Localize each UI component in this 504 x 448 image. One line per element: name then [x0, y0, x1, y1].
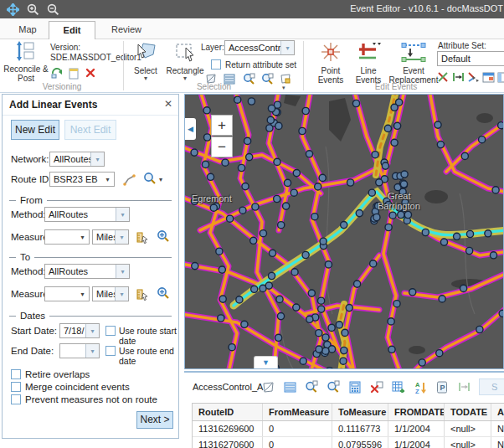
to-measure-combo[interactable]: ▾	[44, 286, 90, 301]
versioning-group-label: Versioning	[0, 82, 124, 91]
field-calculator-icon[interactable]	[348, 380, 362, 394]
chevron-down-icon[interactable]: ▾	[101, 173, 114, 186]
new-edit-button[interactable]: New Edit	[11, 120, 59, 140]
map-zoom-out-button[interactable]: −	[211, 136, 233, 157]
cell-fromdate: 1/1/2004	[388, 437, 445, 448]
from-method-label: Method:	[11, 209, 46, 219]
rectangle-dropdown-arrow[interactable]: ▾	[164, 75, 206, 81]
rectangle-button[interactable]: Rectangle ▾	[164, 41, 206, 81]
to-units-dropdown[interactable]: Miles ▾	[92, 286, 129, 301]
pan-to-selected-icon[interactable]	[327, 380, 340, 394]
chevron-down-icon[interactable]: ▾	[85, 324, 99, 337]
column-header-todate[interactable]: TODATE	[445, 404, 491, 420]
table-row[interactable]: 11316269600 0 0.1116773 1/1/2004 <null> …	[193, 421, 504, 437]
zoom-to-route-icon[interactable]	[143, 172, 157, 185]
select-button[interactable]: Select ▾	[129, 41, 162, 81]
use-route-start-date-checkbox[interactable]	[105, 326, 116, 336]
return-attribute-set-checkbox[interactable]	[211, 59, 221, 70]
column-header-clipped[interactable]: AC	[491, 404, 504, 420]
town-label-great: Great	[388, 191, 411, 201]
compare-versions-icon[interactable]	[50, 66, 64, 80]
table-row[interactable]: 11316270600 0 0.0795596 1/1/2004 <null> …	[193, 437, 504, 448]
cell-routeid: 11316269600	[193, 421, 263, 436]
from-units-dropdown[interactable]: Miles ▾	[92, 229, 129, 245]
column-header-fromdate[interactable]: FROMDATE	[388, 404, 445, 420]
zoom-in-icon[interactable]	[25, 3, 40, 16]
chevron-down-icon[interactable]: ▾	[116, 265, 129, 278]
select-features-icon[interactable]	[261, 380, 275, 394]
tab-edit[interactable]: Edit	[49, 21, 95, 39]
from-measure-on-map-icon[interactable]	[135, 230, 148, 244]
column-header-tomeasure[interactable]: ToMeasure	[332, 404, 388, 420]
next-button[interactable]: Next >	[136, 411, 173, 429]
event-replacement-icon	[388, 41, 440, 64]
chevron-down-icon[interactable]: ▾	[280, 41, 294, 54]
chevron-down-icon[interactable]: ▾	[76, 287, 89, 301]
end-date-picker[interactable]: ▾	[59, 343, 100, 358]
close-icon[interactable]: ✕	[164, 98, 172, 110]
chevron-down-icon[interactable]: ▾	[76, 230, 89, 244]
line-events-button[interactable]: Line Events	[351, 41, 386, 85]
reconcile-post-label: Reconcile & Post	[3, 64, 48, 83]
pan-icon[interactable]	[5, 3, 20, 16]
to-method-dropdown[interactable]: AllRoutes ▾	[44, 264, 130, 279]
identify-icon[interactable]: P	[435, 380, 449, 394]
delete-version-icon[interactable]	[84, 66, 97, 80]
collapse-panel-arrow[interactable]: ◀	[185, 118, 196, 140]
merge-coincident-checkbox[interactable]	[11, 382, 21, 392]
map-canvas[interactable]	[185, 95, 504, 369]
collapse-table-arrow[interactable]: ▼	[254, 356, 278, 368]
edit-events-group-label: Edit Events	[337, 82, 455, 91]
zoom-out-icon[interactable]	[45, 3, 60, 16]
chevron-down-icon[interactable]: ▾	[85, 344, 99, 358]
chevron-down-icon[interactable]: ▾	[115, 230, 128, 244]
from-measure-combo[interactable]: ▾	[44, 229, 90, 245]
prevent-measures-checkbox[interactable]	[11, 394, 21, 404]
events-table-panel-icon[interactable]	[496, 70, 504, 84]
sort-icon[interactable]: AZ	[414, 380, 427, 394]
route-id-label: Route ID:	[11, 174, 52, 184]
event-replacement-button[interactable]: Event Replacement	[388, 41, 440, 85]
route-id-value: BSR23 EB	[50, 174, 101, 184]
layer-dropdown[interactable]: AccessControl_A ▾	[224, 40, 295, 55]
merge-events-icon[interactable]	[466, 70, 480, 84]
chevron-down-icon[interactable]: ▾	[115, 287, 128, 301]
start-date-picker[interactable]: 7/18/ ▾	[59, 323, 100, 338]
to-measure-on-map-icon[interactable]	[135, 287, 148, 301]
retire-overlaps-checkbox[interactable]	[11, 369, 21, 379]
select-dropdown-arrow[interactable]: ▾	[129, 75, 162, 81]
tab-review[interactable]: Review	[106, 21, 147, 39]
column-header-frommeasure[interactable]: FromMeasure	[263, 404, 332, 420]
add-records-icon[interactable]	[392, 380, 405, 394]
to-zoom-icon[interactable]	[157, 286, 170, 300]
clear-selection-icon[interactable]	[370, 380, 383, 394]
reconcile-post-button[interactable]: Reconcile & Post	[3, 41, 49, 83]
layer-value: AccessControl_A	[225, 43, 280, 53]
version-info: Version: SDE.MASSDOT_editor1	[50, 43, 124, 63]
point-events-button[interactable]: Point Events	[312, 41, 349, 85]
network-label: Network:	[11, 154, 49, 164]
chevron-down-icon[interactable]: ▾	[116, 208, 129, 221]
chevron-down-icon[interactable]: ▾	[90, 152, 104, 166]
select-route-on-map-icon[interactable]	[122, 173, 136, 186]
attribute-set-dropdown[interactable]: Default	[437, 51, 504, 66]
table-header-row: RouteID FromMeasure ToMeasure FROMDATE T…	[193, 404, 504, 421]
town-label-barrington: Barrington	[378, 201, 420, 211]
route-id-dropdown[interactable]: BSR23 EB ▾	[49, 172, 115, 187]
cell-routeid: 11316270600	[193, 437, 263, 448]
column-header-routeid[interactable]: RouteID	[193, 404, 263, 420]
from-zoom-icon[interactable]	[157, 229, 170, 243]
zoom-to-selected-icon[interactable]	[305, 380, 318, 394]
show-selected-records-icon[interactable]	[283, 380, 296, 394]
table-toolbar: AccessControl_A AZ	[184, 373, 504, 401]
map-zoom-in-button[interactable]: +	[211, 115, 233, 136]
new-version-icon[interactable]	[67, 66, 80, 80]
network-dropdown[interactable]: AllRoutes ▾	[49, 152, 105, 167]
event-attributes-panel-icon[interactable]	[481, 70, 495, 84]
from-method-dropdown[interactable]: AllRoutes ▾	[44, 207, 130, 222]
tab-map[interactable]: Map	[8, 21, 47, 39]
map-view[interactable]: Egremont Great Barrington ◀ + − ▼	[184, 94, 504, 369]
use-route-end-date-checkbox[interactable]	[105, 346, 116, 356]
zoom-to-route-dropdown-arrow[interactable]: ▾	[159, 176, 162, 183]
ribbon-tabstrip: Map Edit Review	[0, 18, 504, 39]
